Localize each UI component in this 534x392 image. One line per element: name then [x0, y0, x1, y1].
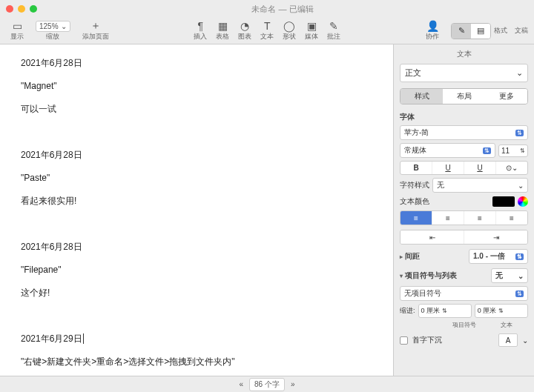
- color-swatch[interactable]: [492, 196, 515, 207]
- text-color-label: 文本颜色: [400, 196, 429, 207]
- align-center-button[interactable]: ≡: [432, 211, 464, 225]
- spacing-select[interactable]: 1.0 - 一倍⇅: [469, 249, 528, 264]
- align-right-button[interactable]: ≡: [464, 211, 496, 225]
- text-button[interactable]: T文本: [256, 20, 278, 41]
- chart-icon: ◔: [240, 20, 249, 32]
- spacing-section[interactable]: ▸间距 1.0 - 一倍⇅: [400, 249, 528, 264]
- doc-line: "Magnet": [21, 79, 372, 93]
- chevron-down-icon: ⌄: [518, 272, 524, 280]
- char-style-select[interactable]: 无⌄: [432, 178, 528, 193]
- font-family-select[interactable]: 苹方-简⇅: [400, 125, 528, 140]
- updown-icon: ⇅: [515, 130, 524, 136]
- bullet-style-select[interactable]: 无项目符号⇅: [400, 286, 528, 301]
- doc-line: "右键>新建文件夹>重命名>选择文件>拖拽到文件夹内": [21, 355, 372, 368]
- dropcap-preview[interactable]: A: [498, 333, 518, 347]
- stepper-icon: ⇅: [498, 308, 504, 314]
- comment-icon: ✎: [329, 20, 338, 32]
- window-title: 未命名 — 已编辑: [37, 4, 528, 15]
- chevron-down-icon: ⌄: [518, 182, 524, 190]
- format-tab[interactable]: ✎: [452, 24, 471, 39]
- brush-icon: ✎: [458, 26, 465, 36]
- media-button[interactable]: ▣媒体: [300, 20, 323, 41]
- align-justify-button[interactable]: ≡: [496, 211, 527, 225]
- bullets-section[interactable]: ▾项目符号与列表 无⌄: [400, 268, 528, 283]
- tab-layout[interactable]: 布局: [443, 89, 485, 104]
- table-icon: ▦: [218, 20, 228, 32]
- word-count[interactable]: 86 个字: [249, 378, 285, 391]
- inspector-tabs: 样式 布局 更多: [400, 88, 528, 104]
- updown-icon: ⇅: [515, 253, 524, 260]
- shape-icon: ◯: [283, 20, 295, 32]
- doc-line: 看起来很实用!: [21, 194, 372, 207]
- collab-button[interactable]: 👤协作: [421, 20, 444, 41]
- media-icon: ▣: [307, 20, 317, 32]
- dropcap-row: 首字下沉 A ⌄: [400, 333, 528, 347]
- italic-button[interactable]: U: [432, 162, 464, 174]
- close-icon[interactable]: [6, 5, 13, 13]
- text-icon: T: [264, 20, 271, 32]
- indent-button[interactable]: ⇥: [464, 230, 527, 244]
- plus-icon: ＋: [90, 20, 101, 32]
- insert-icon: ¶: [198, 20, 204, 32]
- format-inspector: 文本 正文 ⌄ 样式 布局 更多 字体 苹方-简⇅ 常规体⇅ 11⇅ B U U…: [393, 44, 534, 376]
- doc-line: 2021年6月28日: [21, 148, 372, 162]
- strike-button[interactable]: U: [464, 162, 496, 174]
- insert-button[interactable]: ¶插入: [189, 20, 211, 41]
- chart-button[interactable]: ◔图表: [234, 20, 256, 41]
- indent-group: ⇤ ⇥: [400, 230, 528, 245]
- page-nav-icon[interactable]: »: [291, 380, 295, 388]
- comment-button[interactable]: ✎批注: [323, 20, 345, 41]
- chevron-down-icon: ⌄: [516, 68, 523, 78]
- font-size-input[interactable]: 11⇅: [498, 144, 528, 157]
- inspector-toggle[interactable]: ✎ ▤: [451, 23, 491, 39]
- dropcap-checkbox[interactable]: [400, 336, 408, 345]
- minimize-icon[interactable]: [18, 5, 25, 13]
- align-left-button[interactable]: ≡: [400, 211, 432, 225]
- paragraph-style-select[interactable]: 正文 ⌄: [400, 64, 528, 82]
- doc-line: "Paste": [21, 171, 372, 185]
- doc-line: 2021年6月28日: [21, 240, 372, 253]
- doc-line: 2021年6月29日: [21, 332, 372, 345]
- color-wheel-icon[interactable]: [518, 196, 528, 207]
- doc-line: [21, 309, 372, 322]
- doc-line: 可以一试: [21, 102, 372, 116]
- page-nav-icon[interactable]: «: [239, 380, 243, 388]
- stepper-icon: ⇅: [442, 308, 447, 314]
- document-icon: ▤: [477, 26, 484, 36]
- font-weight-select[interactable]: 常规体⇅: [400, 143, 495, 158]
- inspector-title: 文本: [400, 49, 528, 59]
- view-button[interactable]: ▭显示: [6, 20, 28, 41]
- tab-style[interactable]: 样式: [400, 89, 443, 104]
- stepper-icon: ⇅: [520, 147, 525, 154]
- document-tab[interactable]: ▤: [471, 24, 490, 39]
- table-button[interactable]: ▦表格: [211, 20, 234, 41]
- maximize-icon[interactable]: [30, 5, 37, 13]
- more-format-button[interactable]: ⊙⌄: [496, 162, 527, 174]
- shape-button[interactable]: ◯形状: [278, 20, 300, 41]
- titlebar: 未命名 — 已编辑: [0, 0, 534, 18]
- bullets-select[interactable]: 无⌄: [491, 268, 528, 283]
- outdent-button[interactable]: ⇤: [400, 230, 464, 244]
- sidebar-icon: ▭: [13, 20, 22, 32]
- indent-bullet-input[interactable]: 0 厘米⇅: [418, 304, 472, 318]
- font-section-label: 字体: [400, 112, 528, 122]
- disclosure-icon: ▸: [400, 253, 403, 260]
- tab-more[interactable]: 更多: [485, 89, 527, 104]
- document-canvas[interactable]: 2021年6月28日 "Magnet" 可以一试 2021年6月28日 "Pas…: [0, 44, 393, 376]
- statusbar: « 86 个字 »: [0, 376, 534, 392]
- text-format-row: B U U ⊙⌄: [400, 161, 528, 175]
- window-controls: [6, 5, 37, 13]
- chevron-down-icon: ⌄: [61, 22, 67, 30]
- char-style-label: 字符样式: [400, 180, 429, 190]
- alignment-group: ≡ ≡ ≡ ≡: [400, 210, 528, 225]
- add-page-button[interactable]: ＋添加页面: [78, 20, 113, 41]
- doc-line: 2021年6月28日: [21, 56, 372, 70]
- indent-text-input[interactable]: 0 厘米⇅: [475, 304, 528, 318]
- updown-icon: ⇅: [515, 290, 524, 297]
- doc-line: "Filepane": [21, 263, 372, 276]
- zoom-control[interactable]: 125%⌄缩放: [28, 21, 78, 41]
- toolbar: ▭显示 125%⌄缩放 ＋添加页面 ¶插入 ▦表格 ◔图表 T文本 ◯形状 ▣媒…: [0, 18, 534, 44]
- collab-icon: 👤: [426, 20, 439, 32]
- disclosure-icon: ▾: [400, 273, 403, 279]
- bold-button[interactable]: B: [400, 162, 432, 174]
